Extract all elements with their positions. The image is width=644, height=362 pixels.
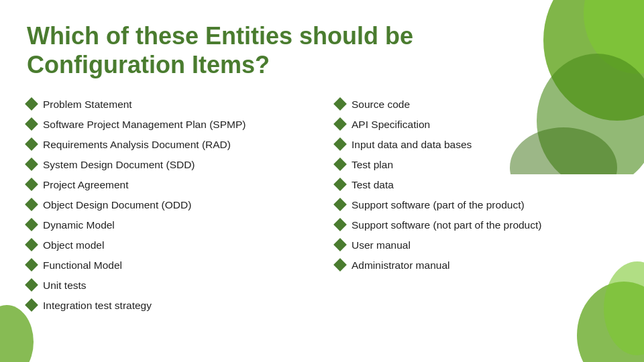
bullet-text: Object model: [43, 239, 309, 253]
list-item: System Design Document (SDD): [27, 158, 309, 172]
bullet-diamond: [333, 158, 347, 171]
list-item: Administrator manual: [335, 259, 617, 273]
bullet-diamond: [333, 117, 347, 131]
slide-content: Which of these Entities should be Config…: [0, 0, 644, 333]
list-item: Project Agreement: [27, 178, 309, 192]
bullet-text: Source code: [352, 98, 617, 112]
list-item: Source code: [335, 98, 617, 112]
bullet-text: Dynamic Model: [43, 219, 309, 233]
bullet-diamond: [25, 298, 38, 312]
bullet-diamond: [25, 218, 38, 231]
bullet-text: Input data and data bases: [352, 138, 617, 152]
list-item: Test data: [335, 178, 617, 192]
bullet-text: Support software (part of the product): [352, 198, 617, 213]
bullet-text: Administrator manual: [352, 259, 617, 273]
list-item: Input data and data bases: [335, 138, 617, 152]
bullet-diamond: [25, 137, 38, 151]
bullet-diamond: [333, 238, 347, 251]
bullet-diamond: [333, 258, 347, 272]
bullet-diamond: [25, 158, 38, 171]
list-item: Unit tests: [27, 279, 309, 293]
list-item: Test plan: [335, 158, 617, 172]
title-line1: Which of these Entities should be: [27, 22, 413, 50]
bullet-diamond: [333, 178, 347, 191]
bullet-text: Requirements Analysis Document (RAD): [43, 138, 309, 152]
left-column: Problem StatementSoftware Project Manage…: [27, 98, 309, 318]
bullet-text: Problem Statement: [43, 98, 309, 112]
bullet-text: Integration test strategy: [43, 299, 309, 313]
list-item: API Specification: [335, 118, 617, 132]
bullet-text: Functional Model: [43, 259, 309, 273]
bullet-text: Support software (not part of the produc…: [352, 219, 617, 233]
list-item: User manual: [335, 239, 617, 253]
right-column: Source codeAPI SpecificationInput data a…: [335, 98, 617, 318]
left-bullet-list: Problem StatementSoftware Project Manage…: [27, 98, 309, 312]
list-item: Problem Statement: [27, 98, 309, 112]
bullet-text: System Design Document (SDD): [43, 158, 309, 172]
bullet-diamond: [25, 238, 38, 251]
bullet-text: Software Project Management Plan (SPMP): [43, 118, 309, 132]
list-item: Requirements Analysis Document (RAD): [27, 138, 309, 152]
bullet-diamond: [25, 198, 38, 211]
bullet-diamond: [333, 218, 347, 231]
right-bullet-list: Source codeAPI SpecificationInput data a…: [335, 98, 617, 272]
slide-title: Which of these Entities should be Config…: [27, 21, 617, 79]
bullet-text: Test data: [352, 178, 617, 192]
list-item: Software Project Management Plan (SPMP): [27, 118, 309, 132]
bullet-text: Object Design Document (ODD): [43, 198, 309, 213]
columns-container: Problem StatementSoftware Project Manage…: [27, 98, 617, 318]
list-item: Object Design Document (ODD): [27, 198, 309, 213]
bullet-diamond: [25, 117, 38, 131]
list-item: Dynamic Model: [27, 219, 309, 233]
bullet-diamond: [333, 137, 347, 151]
bullet-diamond: [333, 97, 347, 111]
title-line2: Configuration Items?: [27, 51, 270, 78]
list-item: Integration test strategy: [27, 299, 309, 313]
bullet-text: API Specification: [352, 118, 617, 132]
list-item: Support software (part of the product): [335, 198, 617, 213]
slide: Which of these Entities should be Config…: [0, 0, 644, 362]
bullet-text: User manual: [352, 239, 617, 253]
bullet-diamond: [25, 178, 38, 191]
list-item: Functional Model: [27, 259, 309, 273]
bullet-diamond: [25, 258, 38, 272]
bullet-text: Unit tests: [43, 279, 309, 293]
list-item: Support software (not part of the produc…: [335, 219, 617, 233]
bullet-text: Project Agreement: [43, 178, 309, 192]
bullet-text: Test plan: [352, 158, 617, 172]
list-item: Object model: [27, 239, 309, 253]
bullet-diamond: [333, 198, 347, 211]
bullet-diamond: [25, 278, 38, 292]
bullet-diamond: [25, 97, 38, 111]
